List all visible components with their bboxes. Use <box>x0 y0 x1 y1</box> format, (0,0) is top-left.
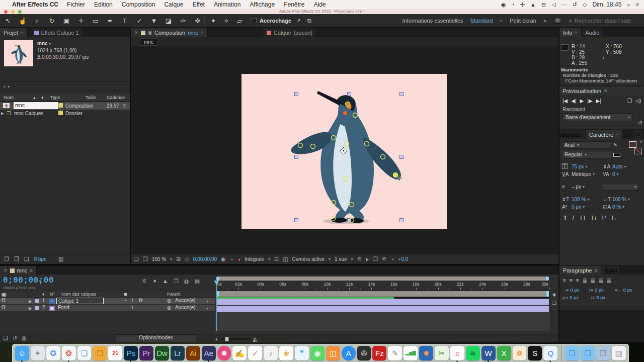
layer-row-2[interactable]: ʘ ▶ 2 ▦ Fond \ ◎ Aucun(e) ▾ <box>0 305 215 312</box>
rotation-tool[interactable]: ↻ <box>48 17 56 25</box>
layer1-parent-chevron-icon[interactable]: ▾ <box>206 299 208 304</box>
workspace-small-screen[interactable]: Petit écran <box>510 18 536 24</box>
roi-icon[interactable]: ⊡ <box>274 256 279 262</box>
layer2-parent-value[interactable]: Aucun(e) <box>175 305 196 310</box>
graph-editor-icon[interactable]: ◍ <box>22 335 27 341</box>
workspace-essentials[interactable]: Informations essentielles <box>403 18 463 24</box>
eyedropper-icon[interactable]: ✎ <box>613 142 617 148</box>
layer2-eye-icon[interactable]: ʘ <box>2 305 6 310</box>
set-fill-black-icon[interactable] <box>613 153 620 157</box>
prev-frame-button[interactable]: ◀| <box>571 98 576 104</box>
layer1-parent-value[interactable]: Aucun(e) <box>175 298 196 303</box>
font-size-value[interactable]: 75 px <box>572 164 584 169</box>
zoom-tool[interactable]: ⌕ <box>33 17 41 25</box>
hand-tool[interactable]: ☝ <box>19 17 27 25</box>
tab-paragraph[interactable]: Paragraphe ≡ <box>559 266 601 275</box>
align-button-6[interactable]: ≣ <box>606 277 611 284</box>
stroke-style-dropdown[interactable]: ▾ <box>603 183 639 191</box>
dock-folder-documents[interactable]: ❒ <box>581 346 595 360</box>
switch-header-icon-7[interactable]: ◉ <box>124 292 127 297</box>
menu-app-name[interactable]: After Effects CC <box>12 1 58 8</box>
motion-blur-icon[interactable]: ↺ <box>13 335 17 341</box>
fill-stroke-swatches[interactable]: ⇄ <box>629 141 642 154</box>
dock-firefox[interactable]: ✹ <box>419 346 433 360</box>
drive-icon[interactable]: ▲ <box>530 2 536 8</box>
shape-tool[interactable]: ▭ <box>92 17 100 25</box>
airplay-icon[interactable]: ⊟ <box>541 2 546 8</box>
workspace-overflow[interactable]: » <box>543 18 546 24</box>
layer1-quality-icon[interactable]: \ <box>132 298 133 303</box>
dock-itunes[interactable]: ♫ <box>450 346 464 360</box>
project-item-name[interactable]: mnc <box>37 41 48 46</box>
notification-center-icon[interactable]: ≡ <box>636 2 639 8</box>
time-navigator-bar[interactable] <box>216 277 549 281</box>
resolution-value[interactable]: Intégrale <box>245 256 264 262</box>
tab-effects-layer[interactable]: Effets Calque 1 <box>31 28 83 37</box>
work-area-bar[interactable] <box>216 291 549 297</box>
layer2-duration-bar[interactable] <box>216 306 549 312</box>
align-button-4[interactable]: ≣ <box>590 277 595 284</box>
layer1-duration-bar[interactable] <box>216 299 549 305</box>
kerning-value[interactable]: Métrique <box>572 171 591 177</box>
selection-handle[interactable] <box>400 155 404 159</box>
comp-tab-close-icon[interactable]: ✕ <box>134 30 138 35</box>
project-search-field[interactable]: ⌕ ▾ <box>0 81 130 90</box>
selection-handle[interactable] <box>400 93 404 96</box>
type-style-button-2[interactable]: TT <box>579 215 586 221</box>
font-family-dropdown[interactable]: Arial ▾ <box>562 141 611 149</box>
project-item-name-field[interactable]: mnc <box>14 102 58 109</box>
dock-lightroom[interactable]: Lr <box>171 346 185 360</box>
item-chevron-icon[interactable]: ▾ <box>49 42 51 46</box>
dock-quicktime[interactable]: Q <box>543 346 557 360</box>
dock-word[interactable]: W <box>481 346 496 360</box>
project-item-thumbnail[interactable] <box>4 40 33 66</box>
workspace-standard[interactable]: Standard <box>470 18 493 24</box>
tab-composition[interactable]: ✕ ▣ Composition mnc ≡ <box>131 28 208 37</box>
puppet-overlap-mode[interactable]: ✧ <box>222 17 230 25</box>
font-style-dropdown[interactable]: Regular ▾ <box>562 151 611 158</box>
magnification-value[interactable]: 100 % <box>152 256 166 262</box>
selection-handle[interactable] <box>400 219 404 222</box>
baseline-shift-value[interactable]: 0 px <box>572 204 581 210</box>
help-search-input[interactable] <box>575 18 640 24</box>
shortcut-dropdown[interactable]: Barre d'espacement ▾ <box>562 113 633 121</box>
timeline-toolbar-icon-0[interactable]: ⚟ <box>142 278 147 285</box>
fast-previews-icon[interactable]: ▸ <box>366 256 369 262</box>
type-style-button-5[interactable]: T₁ <box>611 215 616 221</box>
fill-color-swatch[interactable] <box>629 141 636 148</box>
next-frame-button[interactable]: |▶ <box>587 98 592 104</box>
spacing-field-value-0[interactable]: 0 px <box>570 295 579 300</box>
spacing-field-0[interactable]: ≡↦0 px <box>562 295 590 300</box>
tab-tracker[interactable]: Suivi <box>601 266 621 275</box>
dock-premiere[interactable]: Pr <box>139 346 153 360</box>
volume-icon[interactable]: ◁ <box>551 2 555 8</box>
channels-icon[interactable]: ◑ <box>237 256 240 262</box>
indent-field-2[interactable]: ≡←0 px <box>615 287 641 293</box>
camera-value[interactable]: Caméra active <box>292 256 325 262</box>
tsume-value[interactable]: 0 % <box>612 204 621 210</box>
tab-project[interactable]: Projet ≡ <box>0 28 28 37</box>
layer1-color-chip[interactable] <box>35 299 39 303</box>
pixel-aspect-icon[interactable]: ⚟ <box>357 256 362 262</box>
composition-canvas[interactable]: ✛ <box>242 74 447 229</box>
camera-chevron-icon[interactable]: ▾ <box>329 257 331 261</box>
dock-photoshop[interactable]: Ps <box>124 346 138 360</box>
type-style-button-0[interactable]: T <box>564 215 567 221</box>
mute-audio-icon[interactable]: ◁) <box>635 98 641 104</box>
new-composition-icon[interactable]: ❏ <box>24 256 29 262</box>
mask-visibility-icon[interactable]: ◇ <box>185 256 189 262</box>
dock-calendar[interactable]: 21 <box>108 346 122 360</box>
dock-excel[interactable]: X <box>497 346 511 360</box>
magnification-chevron-icon[interactable]: ▾ <box>170 257 172 261</box>
layer1-expand-icon[interactable]: ▶ <box>29 299 32 304</box>
sync-settings-icon[interactable]: ⌘ <box>553 18 562 24</box>
flowchart-icon[interactable]: ⚟ <box>382 256 387 262</box>
tab-layer-viewer[interactable]: Calque (aucun) <box>263 28 316 37</box>
menu-effet[interactable]: Effet <box>188 1 209 8</box>
dock-safari[interactable]: ✪ <box>46 346 60 360</box>
workspace-menu-icon[interactable]: ≡ <box>500 18 503 24</box>
timeline-search-field[interactable]: ⌕ ▾ <box>32 278 140 286</box>
view-chevron-icon[interactable]: ▾ <box>351 257 353 261</box>
dropbox-icon[interactable]: ◇ <box>583 2 587 8</box>
dock-finder[interactable]: ☺ <box>15 346 29 360</box>
